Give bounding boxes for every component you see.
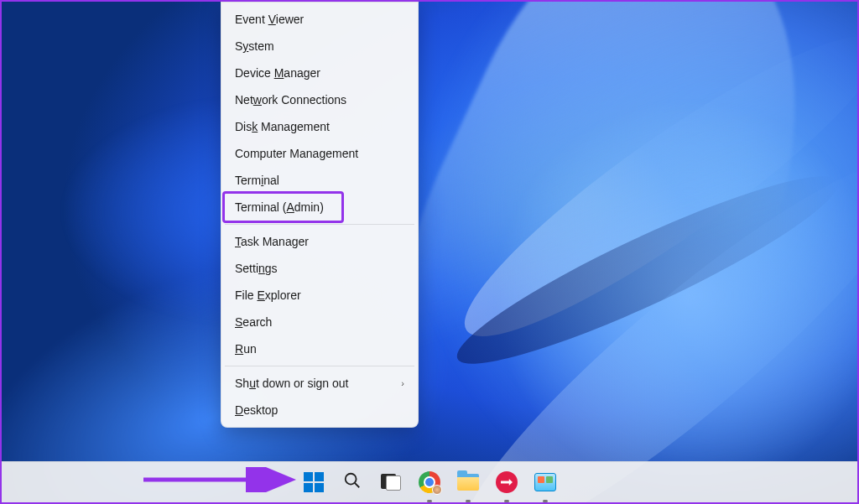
menu-item-event-viewer[interactable]: Event Viewer [225,6,414,33]
menu-item-network-connections[interactable]: Network Connections [225,86,414,113]
folder-icon [457,474,479,491]
control-panel-icon [534,473,556,491]
menu-item-terminal-admin[interactable]: Terminal (Admin) [225,194,414,221]
menu-item-label: Device Manager [235,66,320,80]
menu-separator [225,366,414,366]
menu-item-file-explorer[interactable]: File Explorer [225,282,414,309]
file-explorer-app[interactable] [451,465,485,499]
menu-item-label: Disk Management [235,120,330,133]
desktop-wallpaper [2,2,857,502]
menu-separator [225,224,414,225]
menu-item-settings[interactable]: Settings [225,255,414,282]
red-arrow-icon [496,471,518,493]
svg-line-2 [355,483,360,488]
menu-item-desktop[interactable]: Desktop [225,397,414,423]
menu-item-computer-management[interactable]: Computer Management [225,140,414,167]
menu-item-label: Run [235,342,257,356]
chrome-app[interactable] [413,465,446,499]
task-view-icon [381,474,401,491]
menu-item-device-manager[interactable]: Device Manager [225,60,414,86]
menu-item-task-manager[interactable]: Task Manager [225,228,414,255]
annotation-arrow-icon [140,467,299,492]
windows-logo-icon [304,472,324,492]
menu-item-label: Desktop [235,403,278,417]
running-indicator [543,500,548,502]
chevron-right-icon: › [401,378,404,388]
running-indicator [466,500,471,502]
running-indicator [504,500,509,502]
search-icon [343,471,362,493]
winx-power-menu: Event ViewerSystemDevice ManagerNetwork … [221,2,419,428]
menu-item-label: System [235,39,274,53]
taskbar [2,461,857,502]
menu-item-terminal[interactable]: Terminal [225,167,414,194]
profile-badge-icon [432,485,442,495]
menu-item-label: Search [235,315,272,329]
menu-item-label: Task Manager [235,235,309,248]
task-view-button[interactable] [374,465,408,499]
menu-item-run[interactable]: Run [225,335,414,362]
menu-item-label: File Explorer [235,288,301,302]
menu-item-label: Computer Management [235,147,358,160]
menu-item-label: Terminal [235,174,279,187]
menu-item-label: Shut down or sign out [235,377,348,390]
menu-item-label: Event Viewer [235,13,304,26]
menu-item-disk-management[interactable]: Disk Management [225,113,414,140]
running-indicator [427,500,432,502]
start-button[interactable] [297,465,331,499]
menu-item-label: Terminal (Admin) [235,200,324,214]
menu-item-shut-down[interactable]: Shut down or sign out› [225,370,414,397]
menu-item-search[interactable]: Search [225,309,414,335]
pinned-app-red[interactable] [490,465,523,499]
chrome-icon [419,471,440,493]
menu-item-system[interactable]: System [225,33,414,60]
menu-item-label: Network Connections [235,93,346,107]
search-button[interactable] [336,465,369,499]
svg-point-1 [346,474,357,485]
control-panel-app[interactable] [528,465,562,499]
menu-item-label: Settings [235,262,278,275]
